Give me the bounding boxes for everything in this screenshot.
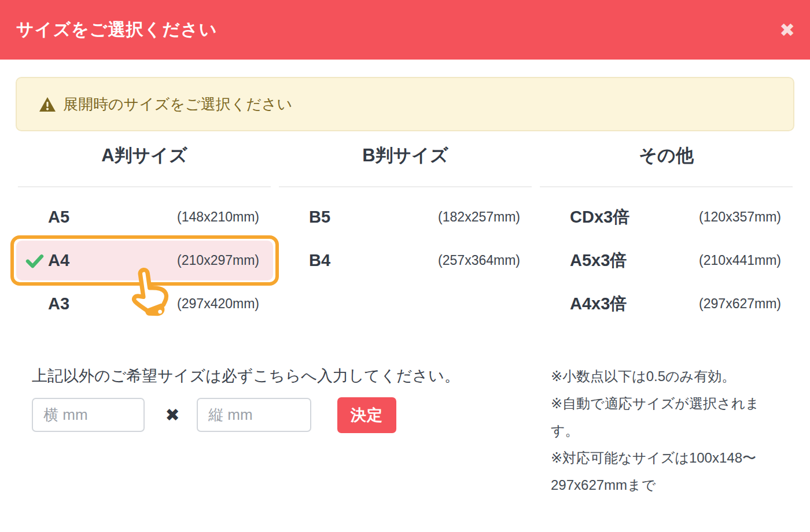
size-dimensions: (210x297mm): [177, 253, 259, 268]
note-size-range: ※対応可能なサイズは100x148〜297x627mmまで: [551, 444, 782, 498]
size-label: A4: [48, 251, 69, 270]
column-b-header: B判サイズ: [279, 143, 532, 187]
size-label: B5: [309, 208, 330, 227]
dimension-separator-x: ✖: [161, 405, 184, 425]
warning-triangle-icon: [39, 97, 56, 112]
size-label: CDx3倍: [570, 206, 629, 229]
close-icon[interactable]: ✖: [779, 21, 795, 39]
size-dimensions: (120x357mm): [699, 209, 781, 225]
size-option-b4[interactable]: B4 (257x364mm): [279, 239, 532, 282]
column-a-header: A判サイズ: [18, 143, 271, 187]
size-option-a5x3[interactable]: A5x3倍 (210x441mm): [540, 239, 793, 282]
size-option-a3[interactable]: A3 (297x420mm): [18, 282, 271, 326]
column-other-header: その他: [540, 143, 793, 187]
notes-section: ※小数点以下は0.5のみ有効。 ※自動で適応サイズが選択されます。 ※対応可能な…: [551, 363, 782, 498]
height-input[interactable]: [197, 398, 311, 432]
column-b-sizes: B判サイズ B5 (182x257mm) B4 (257x364mm): [279, 143, 532, 282]
submit-button[interactable]: 決定: [337, 397, 396, 433]
dialog-title: サイズをご選択ください: [16, 18, 217, 42]
size-label: A5: [48, 208, 69, 227]
size-dimensions: (210x441mm): [699, 253, 781, 268]
size-label: A3: [48, 294, 69, 313]
column-other-sizes: その他 CDx3倍 (120x357mm) A5x3倍 (210x441mm) …: [540, 143, 793, 326]
size-option-cdx3[interactable]: CDx3倍 (120x357mm): [540, 195, 793, 239]
size-dimensions: (182x257mm): [438, 209, 520, 225]
size-option-a4x3[interactable]: A4x3倍 (297x627mm): [540, 282, 793, 326]
size-dimensions: (297x627mm): [699, 296, 781, 312]
dialog-header: サイズをご選択ください ✖: [0, 0, 810, 60]
size-label: A5x3倍: [570, 249, 627, 272]
size-select-dialog: サイズをご選択ください ✖ 展開時のサイズをご選択ください A判サイズ A5 (…: [0, 0, 810, 532]
size-option-a5[interactable]: A5 (148x210mm): [18, 195, 271, 239]
custom-size-label: 上記以外のご希望サイズは必ずこちらへ入力してください。: [32, 365, 460, 386]
size-dimensions: (148x210mm): [177, 209, 259, 225]
note-auto-select: ※自動で適応サイズが選択されます。: [551, 390, 782, 444]
size-label: B4: [309, 251, 330, 270]
size-dimensions: (257x364mm): [438, 253, 520, 268]
size-dimensions: (297x420mm): [177, 296, 259, 312]
column-a-sizes: A判サイズ A5 (148x210mm) A4 (210x297mm): [18, 143, 271, 326]
check-icon: [25, 251, 45, 271]
size-label: A4x3倍: [570, 293, 627, 316]
warning-banner: 展開時のサイズをご選択ください: [16, 77, 794, 131]
size-option-a4-selected[interactable]: A4 (210x297mm): [18, 239, 271, 282]
size-option-b5[interactable]: B5 (182x257mm): [279, 195, 532, 239]
note-decimal: ※小数点以下は0.5のみ有効。: [551, 363, 782, 390]
warning-text: 展開時のサイズをご選択ください: [63, 94, 292, 114]
width-input[interactable]: [32, 398, 145, 432]
